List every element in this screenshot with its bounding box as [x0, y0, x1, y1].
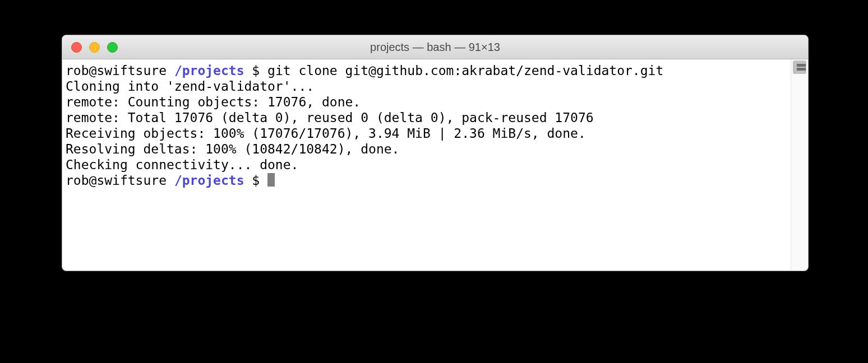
terminal-output[interactable]: rob@swiftsure /projects $ git clone git@…	[62, 59, 791, 271]
output-line: Resolving deltas: 100% (10842/10842), do…	[66, 142, 399, 156]
terminal-window: projects — bash — 91×13 rob@swiftsure /p…	[62, 35, 809, 271]
window-titlebar[interactable]: projects — bash — 91×13	[62, 35, 808, 59]
prompt-userhost: rob@swiftsure	[66, 173, 174, 188]
cursor-icon	[267, 173, 275, 187]
minimize-icon[interactable]	[89, 42, 100, 53]
traffic-lights	[62, 42, 118, 53]
output-line: Cloning into 'zend-validator'...	[66, 79, 314, 94]
prompt-path: /projects	[174, 173, 244, 188]
output-line: remote: Total 17076 (delta 0), reused 0 …	[66, 110, 594, 125]
prompt-path: /projects	[174, 63, 244, 78]
command-text: git clone git@github.com:akrabat/zend-va…	[267, 63, 663, 78]
output-line: remote: Counting objects: 17076, done.	[66, 95, 361, 109]
zoom-icon[interactable]	[107, 42, 118, 53]
lines-icon	[797, 64, 806, 71]
prompt-symbol: $	[244, 173, 268, 188]
prompt-symbol: $	[244, 63, 268, 78]
prompt-userhost: rob@swiftsure	[66, 63, 174, 78]
scrollbar-thumb[interactable]	[793, 61, 806, 74]
window-title: projects — bash — 91×13	[62, 41, 808, 54]
output-line: Receiving objects: 100% (17076/17076), 3…	[66, 126, 586, 141]
scrollbar-track[interactable]	[791, 59, 808, 271]
close-icon[interactable]	[71, 42, 82, 53]
output-line: Checking connectivity... done.	[66, 157, 298, 172]
